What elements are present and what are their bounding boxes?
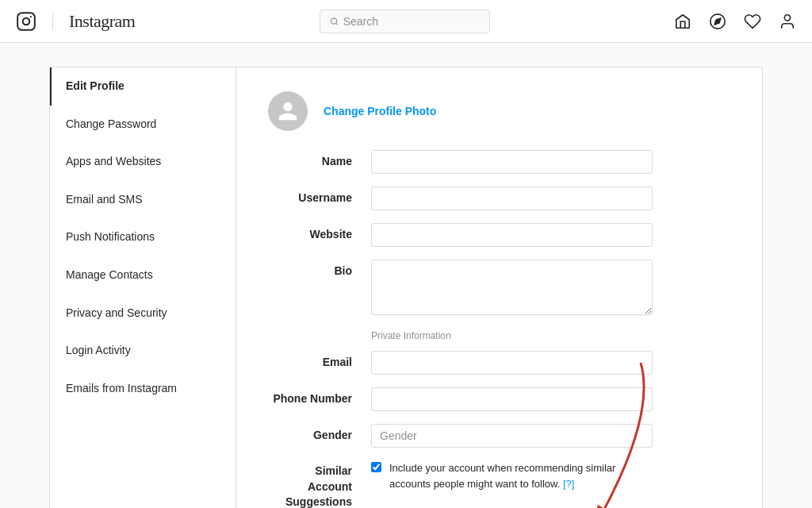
main-container: Edit Profile Change Password Apps and We…	[0, 43, 812, 508]
username-input[interactable]	[371, 187, 653, 210]
sidebar-item-privacy-security[interactable]: Privacy and Security	[50, 294, 236, 333]
name-input[interactable]	[371, 150, 653, 174]
suggestions-checkbox[interactable]	[371, 462, 381, 472]
username-row: Username	[268, 187, 730, 210]
header: Instagram	[0, 0, 812, 43]
instagram-camera-icon	[16, 11, 36, 32]
suggestions-text: Include your account when recommending s…	[389, 460, 653, 491]
svg-point-3	[331, 17, 336, 23]
phone-label: Phone Number	[268, 387, 371, 405]
sidebar-item-email-sms[interactable]: Email and SMS	[50, 181, 236, 219]
suggestions-row: Similar Account Suggestions Include your…	[268, 460, 730, 508]
brand-name: Instagram	[69, 11, 135, 32]
email-label: Email	[268, 351, 371, 368]
svg-rect-0	[17, 13, 35, 30]
username-label: Username	[268, 187, 371, 204]
bio-label: Bio	[268, 260, 371, 277]
sidebar-item-emails-from-instagram[interactable]: Emails from Instagram	[50, 370, 236, 408]
name-label: Name	[268, 150, 371, 167]
user-icon[interactable]	[779, 13, 796, 30]
search-icon	[330, 17, 339, 26]
svg-point-7	[784, 14, 790, 20]
logo-area: Instagram	[16, 11, 135, 32]
phone-input[interactable]	[371, 387, 653, 411]
svg-point-1	[23, 17, 30, 25]
svg-point-2	[30, 15, 32, 17]
name-input-wrap	[371, 150, 653, 174]
suggestions-help-link[interactable]: [?]	[563, 478, 574, 490]
website-label: Website	[268, 223, 371, 241]
phone-row: Phone Number	[268, 387, 730, 411]
gender-select-wrap: Gender Male Female Prefer not to say	[371, 424, 653, 448]
suggestions-label: Similar Account Suggestions	[268, 460, 371, 508]
sidebar-item-login-activity[interactable]: Login Activity	[50, 332, 236, 370]
bio-textarea[interactable]	[371, 260, 653, 315]
email-input-wrap	[371, 351, 653, 375]
profile-photo-row: Change Profile Photo	[268, 91, 730, 131]
gender-select[interactable]: Gender Male Female Prefer not to say	[371, 424, 653, 448]
website-input-wrap	[371, 223, 653, 247]
private-info-section: Private Information	[268, 330, 730, 341]
edit-profile-content: Change Profile Photo Name Username Websi…	[236, 67, 762, 508]
email-row: Email	[268, 351, 730, 375]
header-nav	[674, 13, 796, 30]
sidebar-item-push-notifications[interactable]: Push Notifications	[50, 218, 236, 256]
settings-panel: Edit Profile Change Password Apps and We…	[49, 67, 763, 508]
website-input[interactable]	[371, 223, 653, 247]
compass-icon[interactable]	[709, 13, 726, 30]
header-divider	[52, 13, 53, 30]
phone-input-wrap	[371, 387, 653, 411]
heart-icon[interactable]	[744, 13, 761, 30]
sidebar-item-manage-contacts[interactable]: Manage Contacts	[50, 256, 236, 294]
suggestions-checkbox-wrap	[371, 460, 381, 475]
suggestions-content: Include your account when recommending s…	[371, 460, 653, 491]
bio-input-wrap	[371, 260, 653, 318]
gender-label: Gender	[268, 424, 371, 441]
change-photo-link[interactable]: Change Profile Photo	[324, 105, 436, 117]
avatar-icon	[277, 100, 299, 122]
avatar	[268, 91, 308, 131]
svg-marker-6	[714, 18, 721, 25]
sidebar-item-change-password[interactable]: Change Password	[50, 106, 236, 144]
website-row: Website	[268, 223, 730, 247]
sidebar-item-edit-profile[interactable]: Edit Profile	[50, 67, 236, 106]
username-input-wrap	[371, 187, 653, 210]
email-input[interactable]	[371, 351, 653, 375]
search-area	[135, 10, 674, 33]
home-icon[interactable]	[674, 13, 691, 30]
search-box[interactable]	[320, 10, 490, 33]
name-row: Name	[268, 150, 730, 174]
sidebar-item-apps-websites[interactable]: Apps and Websites	[50, 143, 236, 181]
svg-line-4	[335, 23, 337, 25]
search-input[interactable]	[343, 15, 480, 28]
bio-row: Bio	[268, 260, 730, 318]
settings-sidebar: Edit Profile Change Password Apps and We…	[50, 67, 236, 508]
gender-row: Gender Gender Male Female Prefer not to …	[268, 424, 730, 448]
private-info-label: Private Information	[371, 330, 451, 341]
